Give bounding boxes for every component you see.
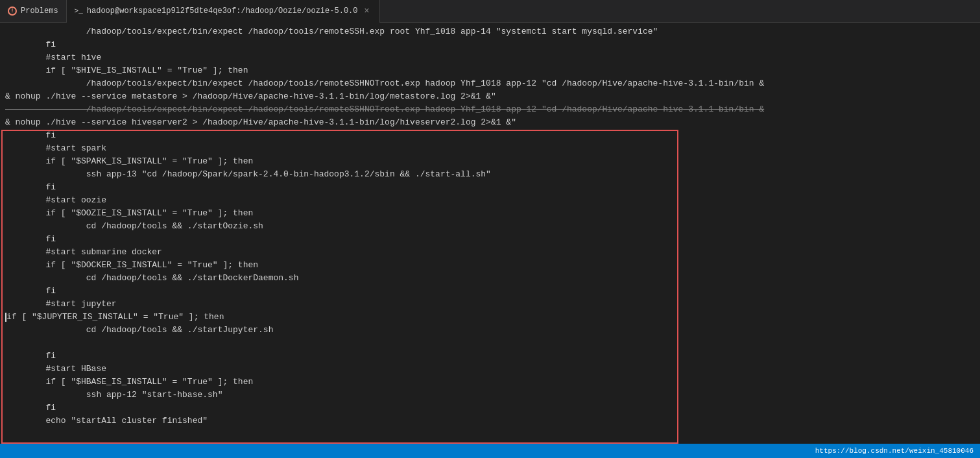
code-line-oozie-comment: #start oozie (0, 194, 980, 207)
terminal-tab[interactable]: >_ hadoop@workspace1p9l2f5dte4qe3of:/had… (67, 0, 381, 23)
code-line-spark-if: if [ "$SPARK_IS_INSTALL" = "True" ]; the… (0, 155, 980, 168)
tab-bar: ! Problems >_ hadoop@workspace1p9l2f5dte… (0, 0, 980, 23)
status-url: https://blog.csdn.net/weixin_45810046 (815, 447, 974, 455)
terminal-tab-title: hadoop@workspace1p9l2f5dte4qe3of:/hadoop… (87, 6, 358, 16)
code-line-top-3: #start hive (0, 51, 980, 64)
code-line-jupyter-if: if [ "$JUPYTER_IS_INSTALL" = "True" ]; t… (0, 311, 980, 324)
tab-close-button[interactable]: × (361, 6, 372, 16)
code-line-spark-comment: #start spark (0, 142, 980, 155)
code-line-docker-if: if [ "$DOCKER_IS_INSTALL" = "True" ]; th… (0, 259, 980, 272)
code-line-empty (0, 337, 980, 350)
code-line-oozie-cmd: cd /hadoop/tools && ./startOozie.sh (0, 220, 980, 233)
code-line-top-6: & nohup ./hive --service metastore > /ha… (0, 90, 980, 103)
code-line-fi4: fi (0, 285, 980, 298)
code-line-fi6: fi (0, 402, 980, 415)
code-line-hbase-cmd: ssh app-12 "start-hbase.sh" (0, 389, 980, 402)
code-line-fi3: fi (0, 233, 980, 246)
code-line-docker-comment: #start submarine docker (0, 246, 980, 259)
code-line-top-4: if [ "$HIVE_IS_INSTALL" = "True" ]; then (0, 64, 980, 77)
code-line-echo: echo "startAll cluster finished" (0, 415, 980, 428)
code-line-top-1: /hadoop/tools/expect/bin/expect /hadoop/… (0, 25, 980, 38)
text-cursor (5, 313, 6, 322)
code-line-oozie-if: if [ "$OOZIE_IS_INSTALL" = "True" ]; the… (0, 207, 980, 220)
code-line-top-5: /hadoop/tools/expect/bin/expect /hadoop/… (0, 77, 980, 90)
code-line-hbase-comment: #start HBase (0, 363, 980, 376)
status-bar: https://blog.csdn.net/weixin_45810046 (0, 444, 980, 458)
code-line-hive2: & nohup ./hive --service hiveserver2 > /… (0, 116, 980, 129)
code-line-hbase-if: if [ "$HBASE_IS_INSTALL" = "True" ]; the… (0, 376, 980, 389)
code-line-jupyter-comment: #start jupyter (0, 298, 980, 311)
code-line-jupyter-cmd: cd /hadoop/tools && ./startJupyter.sh (0, 324, 980, 337)
code-line-docker-cmd: cd /hadoop/tools && ./startDockerDaemon.… (0, 272, 980, 285)
problems-icon: ! (8, 6, 17, 16)
code-line-spark-cmd: ssh app-13 "cd /hadoop/Spark/spark-2.4.0… (0, 168, 980, 181)
problems-label: Problems (21, 6, 58, 16)
problems-tab[interactable]: ! Problems (0, 0, 67, 23)
code-line-fi5: fi (0, 350, 980, 363)
code-line-fi2: fi (0, 181, 980, 194)
code-area: /hadoop/tools/expect/bin/expect /hadoop/… (0, 23, 980, 444)
code-line-top-2: fi (0, 38, 980, 51)
code-line-strikethrough: /hadoop/tools/expect/bin/expect /hadoop/… (0, 103, 980, 116)
terminal-icon: >_ (75, 7, 83, 15)
code-line-fi1: fi (0, 129, 980, 142)
